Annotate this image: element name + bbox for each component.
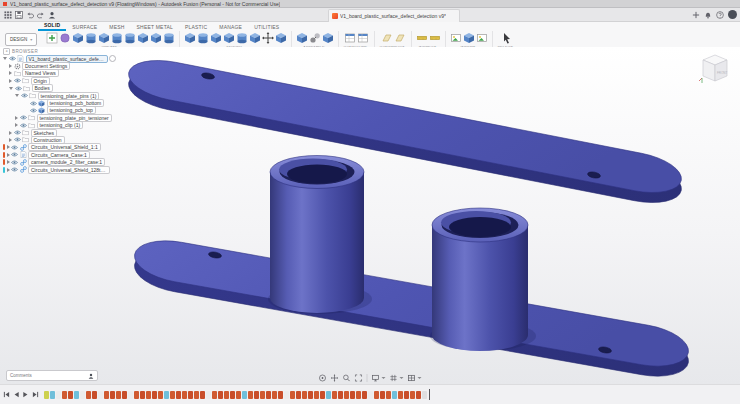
fit-icon[interactable] bbox=[355, 374, 363, 382]
timeline-feature[interactable] bbox=[98, 391, 103, 399]
section-analysis-icon[interactable] bbox=[429, 32, 441, 44]
comments-dropdown[interactable]: Comments bbox=[6, 370, 98, 381]
timeline-feature[interactable] bbox=[392, 391, 397, 399]
thread-icon[interactable] bbox=[137, 32, 149, 44]
expand-right-icon[interactable] bbox=[9, 79, 12, 83]
step-back-icon[interactable] bbox=[13, 391, 20, 398]
timeline-feature[interactable] bbox=[368, 391, 373, 399]
expand-right-icon[interactable] bbox=[9, 71, 12, 75]
timeline-feature[interactable] bbox=[62, 391, 67, 399]
profile-avatar[interactable] bbox=[728, 10, 737, 19]
expand-down-icon[interactable] bbox=[15, 94, 19, 97]
timeline-feature[interactable] bbox=[272, 391, 277, 399]
browser-item-component-3[interactable]: camera_module_2_filter_case:1 bbox=[3, 158, 121, 165]
eye-icon[interactable] bbox=[30, 107, 37, 114]
timeline-feature[interactable] bbox=[230, 391, 235, 399]
configuration-insert-icon[interactable] bbox=[357, 32, 369, 44]
browser-item-origin[interactable]: Origin bbox=[3, 77, 121, 84]
new-tab-icon[interactable] bbox=[692, 11, 700, 19]
timeline-feature[interactable] bbox=[140, 391, 145, 399]
browser-collapse-icon[interactable]: ◂ bbox=[3, 48, 10, 55]
timeline-feature[interactable] bbox=[284, 391, 289, 399]
eye-icon[interactable] bbox=[21, 92, 28, 99]
timeline-feature[interactable] bbox=[362, 391, 367, 399]
split-body-icon[interactable] bbox=[249, 32, 261, 44]
zoom-icon[interactable] bbox=[343, 374, 351, 382]
timeline-feature[interactable] bbox=[206, 391, 211, 399]
eye-icon[interactable] bbox=[11, 166, 18, 173]
model-cylinder-left[interactable] bbox=[268, 156, 372, 315]
timeline-feature[interactable] bbox=[92, 391, 97, 399]
align-icon[interactable] bbox=[275, 32, 287, 44]
insert-decal-icon[interactable] bbox=[476, 32, 488, 44]
offset-face-icon[interactable] bbox=[236, 32, 248, 44]
eye-icon[interactable] bbox=[20, 114, 27, 121]
model-top-plate[interactable] bbox=[129, 61, 682, 203]
timeline-feature[interactable] bbox=[194, 391, 199, 399]
tab-mesh[interactable]: MESH bbox=[103, 24, 130, 31]
measure-icon[interactable] bbox=[416, 32, 428, 44]
user-icon[interactable] bbox=[48, 11, 56, 19]
tab-sheet-metal[interactable]: SHEET METAL bbox=[131, 24, 179, 31]
timeline-feature[interactable] bbox=[68, 391, 73, 399]
timeline-feature[interactable] bbox=[332, 391, 337, 399]
eye-icon[interactable] bbox=[11, 159, 18, 166]
tab-plastic[interactable]: PLASTIC bbox=[179, 24, 213, 31]
play-icon[interactable] bbox=[22, 391, 29, 398]
tab-surface[interactable]: SURFACE bbox=[66, 24, 103, 31]
insert-mesh-icon[interactable] bbox=[463, 32, 475, 44]
timeline-feature[interactable] bbox=[416, 391, 421, 399]
notification-bell-icon[interactable] bbox=[704, 11, 712, 19]
expand-right-icon[interactable] bbox=[9, 131, 12, 135]
browser-item-tensioning-clip[interactable]: tensioning_clip (1) bbox=[3, 122, 121, 129]
timeline-position-marker[interactable] bbox=[429, 389, 431, 400]
timeline-feature[interactable] bbox=[236, 391, 241, 399]
step-forward-icon[interactable] bbox=[32, 391, 39, 398]
go-to-start-icon[interactable] bbox=[3, 391, 10, 398]
expand-right-icon[interactable] bbox=[15, 116, 18, 120]
timeline-feature[interactable] bbox=[356, 391, 361, 399]
timeline-feature[interactable] bbox=[50, 391, 55, 399]
timeline-feature[interactable] bbox=[158, 391, 163, 399]
eye-icon[interactable] bbox=[9, 55, 16, 62]
tab-utilities[interactable]: UTILITIES bbox=[248, 24, 285, 31]
app-menu-icon[interactable] bbox=[4, 11, 12, 19]
construction-axis-icon[interactable] bbox=[394, 32, 406, 44]
timeline-feature[interactable] bbox=[398, 391, 403, 399]
eye-icon[interactable] bbox=[14, 77, 21, 84]
eye-icon[interactable] bbox=[30, 100, 37, 107]
expand-right-icon[interactable] bbox=[9, 64, 12, 68]
move-copy-icon[interactable] bbox=[262, 32, 274, 44]
timeline-feature[interactable] bbox=[128, 391, 133, 399]
eye-icon[interactable] bbox=[14, 129, 21, 136]
create-sketch-icon[interactable] bbox=[46, 32, 58, 44]
timeline-feature[interactable] bbox=[386, 391, 391, 399]
combine-icon[interactable] bbox=[223, 32, 235, 44]
timeline-feature[interactable] bbox=[122, 391, 127, 399]
timeline-feature[interactable] bbox=[200, 391, 205, 399]
select-cursor-icon[interactable] bbox=[501, 32, 513, 44]
loft-icon[interactable] bbox=[111, 32, 123, 44]
timeline-feature[interactable] bbox=[188, 391, 193, 399]
timeline-feature[interactable] bbox=[176, 391, 181, 399]
browser-item-document-settings[interactable]: Document Settings bbox=[3, 62, 121, 69]
timeline-feature[interactable] bbox=[320, 391, 325, 399]
timeline-feature[interactable] bbox=[266, 391, 271, 399]
display-settings-icon[interactable] bbox=[372, 374, 380, 382]
eye-icon[interactable] bbox=[11, 151, 18, 158]
timeline-feature[interactable] bbox=[290, 391, 295, 399]
timeline-feature[interactable] bbox=[344, 391, 349, 399]
timeline-feature[interactable] bbox=[380, 391, 385, 399]
expand-down-icon[interactable] bbox=[3, 57, 7, 60]
timeline-feature[interactable] bbox=[44, 391, 49, 399]
timeline-feature[interactable] bbox=[260, 391, 265, 399]
timeline-feature[interactable] bbox=[422, 391, 427, 399]
eye-icon[interactable] bbox=[15, 85, 22, 92]
timeline-feature[interactable] bbox=[410, 391, 415, 399]
eye-icon[interactable] bbox=[20, 122, 27, 129]
timeline-feature[interactable] bbox=[350, 391, 355, 399]
expand-right-icon[interactable] bbox=[15, 123, 18, 127]
construction-plane-icon[interactable] bbox=[381, 32, 393, 44]
timeline-feature[interactable] bbox=[326, 391, 331, 399]
expand-right-icon[interactable] bbox=[7, 160, 10, 164]
